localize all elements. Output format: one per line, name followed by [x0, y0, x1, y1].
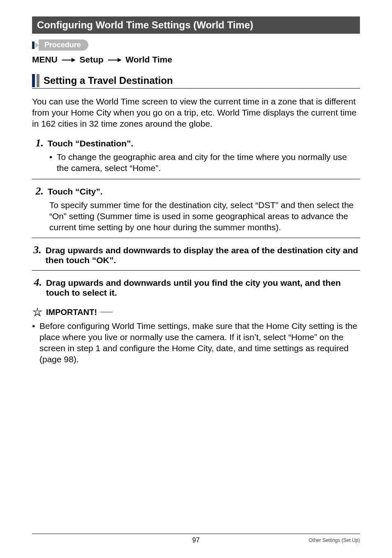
step-3: 3. Drag upwards and downwards to display…	[32, 244, 360, 265]
step-title: Touch “Destination”.	[48, 139, 133, 148]
step-number: 3.	[32, 244, 42, 256]
page-number: 97	[192, 537, 200, 544]
step-4: 4. Drag upwards and downwards until you …	[32, 276, 360, 298]
step-title: Touch “City”.	[48, 187, 103, 197]
breadcrumb: MENU Setup World Time	[32, 55, 360, 65]
step-bullet: • To change the geographic area and city…	[49, 152, 360, 174]
step-body: To specify summer time for the destinati…	[49, 200, 360, 233]
bullet-icon: •	[49, 152, 53, 174]
step-2: 2. Touch “City”. To specify summer time …	[32, 185, 360, 233]
important-label: IMPORTANT!	[46, 308, 97, 317]
breadcrumb-item: World Time	[126, 55, 173, 64]
subsection-header: Setting a Travel Destination	[32, 74, 360, 87]
divider	[32, 270, 360, 271]
divider	[32, 179, 360, 179]
intro-text: You can use the World Time screen to vie…	[32, 96, 360, 130]
step-bullet-text: To change the geographic area and city f…	[57, 152, 360, 174]
step-title: Drag upwards and downwards to display th…	[46, 245, 360, 265]
footer-section-label: Other Settings (Set Up)	[309, 537, 360, 543]
step-title: Drag upwards and downwards until you fin…	[46, 278, 360, 298]
procedure-label: Procedure	[39, 39, 88, 51]
accent-bar	[32, 42, 35, 49]
divider	[100, 312, 113, 313]
important-text: Before configuring World Time settings, …	[39, 321, 360, 365]
starburst-icon	[32, 307, 43, 317]
accent-bar	[37, 74, 39, 87]
important-body: • Before configuring World Time settings…	[32, 321, 360, 365]
breadcrumb-item: MENU	[32, 55, 58, 64]
breadcrumb-item: Setup	[80, 55, 104, 64]
subsection-title: Setting a Travel Destination	[44, 74, 173, 87]
step-number: 1.	[32, 137, 44, 149]
step-1: 1. Touch “Destination”. • To change the …	[32, 137, 360, 174]
bullet-icon: •	[32, 321, 36, 365]
svg-marker-2	[71, 58, 76, 62]
step-number: 4.	[32, 276, 42, 289]
svg-marker-4	[118, 58, 122, 62]
section-header: Configuring World Time Settings (World T…	[32, 16, 360, 34]
divider	[32, 88, 360, 89]
divider	[32, 238, 360, 238]
arrow-right-icon	[108, 55, 122, 65]
procedure-row: Procedure	[32, 39, 360, 51]
important-header: IMPORTANT!	[32, 307, 360, 317]
accent-bar	[32, 74, 35, 87]
page-footer: 97 Other Settings (Set Up)	[32, 533, 360, 544]
arrow-right-icon	[62, 55, 76, 65]
svg-marker-0	[35, 42, 39, 48]
step-number: 2.	[32, 185, 44, 197]
chevron-right-icon	[35, 42, 38, 49]
